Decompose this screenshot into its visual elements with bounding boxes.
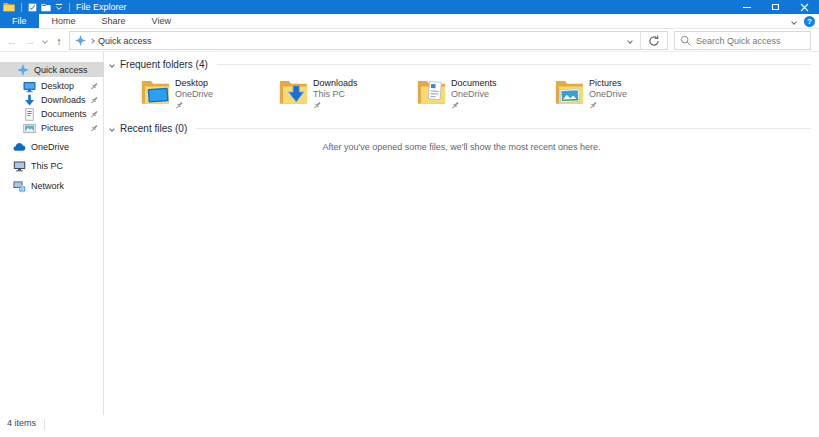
- tile-name: Desktop: [175, 78, 272, 89]
- ribbon-right-controls: ?: [792, 14, 815, 29]
- forward-button[interactable]: →: [22, 29, 38, 52]
- search-box[interactable]: [674, 31, 811, 50]
- pin-icon: [589, 101, 597, 110]
- breadcrumb-chevron-icon: [89, 38, 95, 44]
- downloads-folder-icon: [278, 78, 308, 106]
- search-input[interactable]: [696, 36, 805, 46]
- customize-qat-dropdown-icon[interactable]: [55, 3, 63, 11]
- folder-view: Frequent folders (4) Desktop OneDrive: [104, 52, 819, 415]
- recent-files-empty-message: After you've opened some files, we'll sh…: [104, 142, 819, 152]
- desktop-icon: [23, 80, 36, 93]
- close-button[interactable]: [790, 0, 819, 14]
- back-button[interactable]: ←: [4, 29, 20, 52]
- section-title: Recent files (0): [120, 123, 187, 134]
- tile-name: Downloads: [313, 78, 410, 89]
- tab-view[interactable]: View: [139, 14, 184, 28]
- quick-access-star-icon: [17, 64, 29, 76]
- pictures-folder-icon: [554, 78, 584, 106]
- quick-access-toolbar: [0, 2, 72, 12]
- section-title: Frequent folders (4): [120, 59, 208, 70]
- sidebar-item-onedrive[interactable]: OneDrive: [0, 140, 104, 154]
- navigation-bar: ← → ↑ Quick access: [0, 29, 819, 52]
- folder-tile-pictures[interactable]: Pictures OneDrive: [554, 78, 686, 115]
- sidebar-item-label: Pictures: [41, 123, 74, 133]
- help-icon[interactable]: ?: [804, 16, 815, 27]
- sidebar-item-label: Documents: [41, 109, 87, 119]
- sidebar-item-desktop[interactable]: Desktop: [0, 79, 104, 93]
- this-pc-icon: [13, 160, 26, 173]
- up-button[interactable]: ↑: [51, 29, 67, 52]
- sidebar-item-label: Quick access: [34, 65, 88, 75]
- pictures-icon: [23, 122, 36, 135]
- documents-icon: [23, 108, 36, 121]
- documents-folder-icon: [416, 78, 446, 106]
- sidebar-item-label: This PC: [31, 161, 63, 171]
- new-folder-icon[interactable]: [41, 3, 51, 12]
- titlebar[interactable]: File Explorer: [0, 0, 819, 14]
- quick-access-icon: [75, 35, 86, 46]
- pin-icon: [90, 96, 98, 105]
- titlebar-separator: [69, 3, 70, 12]
- breadcrumb: Quick access: [70, 35, 620, 46]
- frequent-folders-header[interactable]: Frequent folders (4): [110, 58, 811, 71]
- sidebar-item-label: Network: [31, 181, 64, 191]
- maximize-icon: [772, 4, 779, 10]
- refresh-icon: [648, 35, 660, 47]
- desktop-folder-icon: [140, 78, 170, 106]
- window-title: File Explorer: [76, 2, 127, 12]
- folder-tile-desktop[interactable]: Desktop OneDrive: [140, 78, 272, 115]
- tab-share[interactable]: Share: [89, 14, 139, 28]
- refresh-button[interactable]: [640, 32, 667, 49]
- address-location: Quick access: [98, 36, 152, 46]
- tab-home[interactable]: Home: [39, 14, 89, 28]
- properties-icon[interactable]: [28, 3, 37, 12]
- downloads-icon: [23, 94, 36, 107]
- sidebar-item-downloads[interactable]: Downloads: [0, 93, 104, 107]
- tile-name: Documents: [451, 78, 548, 89]
- pin-icon: [175, 101, 183, 110]
- pin-icon: [90, 82, 98, 91]
- item-count: 4 items: [7, 418, 36, 428]
- sidebar-item-network[interactable]: Network: [0, 179, 104, 193]
- close-icon: [800, 3, 809, 12]
- pin-icon: [451, 101, 459, 110]
- address-dropdown-button[interactable]: [620, 32, 640, 49]
- tab-file[interactable]: File: [0, 14, 39, 28]
- pin-icon: [90, 124, 98, 133]
- tile-location: OneDrive: [451, 89, 548, 99]
- minimize-button[interactable]: [732, 0, 761, 14]
- tile-name: Pictures: [589, 78, 686, 89]
- status-bar: 4 items: [0, 415, 819, 437]
- pin-icon: [90, 110, 98, 119]
- window-controls: [732, 0, 819, 14]
- sidebar-item-documents[interactable]: Documents: [0, 107, 104, 121]
- navigation-pane: Quick access Desktop Downloads: [0, 52, 104, 415]
- sidebar-item-quick-access[interactable]: Quick access: [0, 62, 104, 77]
- sidebar-item-pictures[interactable]: Pictures: [0, 121, 104, 135]
- pin-icon: [313, 101, 321, 110]
- expand-ribbon-icon[interactable]: [791, 19, 797, 25]
- sidebar-item-label: Desktop: [41, 81, 74, 91]
- sidebar-item-label: Downloads: [41, 95, 86, 105]
- collapse-section-icon[interactable]: [109, 126, 115, 132]
- tile-location: OneDrive: [175, 89, 272, 99]
- folder-tile-downloads[interactable]: Downloads This PC: [278, 78, 410, 115]
- tile-location: OneDrive: [589, 89, 686, 99]
- ribbon-tab-row: File Home Share View ?: [0, 14, 819, 29]
- frequent-folders-tiles: Desktop OneDrive Downloads: [104, 78, 819, 116]
- recent-files-header[interactable]: Recent files (0): [110, 122, 811, 135]
- recent-locations-dropdown[interactable]: [39, 29, 51, 52]
- file-explorer-window: File Explorer File Home Share View ? ← →…: [0, 0, 819, 437]
- titlebar-separator: [21, 3, 22, 12]
- address-bar[interactable]: Quick access: [69, 31, 668, 50]
- sidebar-item-label: OneDrive: [31, 142, 69, 152]
- onedrive-cloud-icon: [13, 141, 26, 154]
- section-divider: [196, 128, 811, 129]
- collapse-section-icon[interactable]: [109, 62, 115, 68]
- maximize-button[interactable]: [761, 0, 790, 14]
- search-icon: [680, 35, 691, 46]
- folder-tile-documents[interactable]: Documents OneDrive: [416, 78, 548, 115]
- sidebar-item-this-pc[interactable]: This PC: [0, 159, 104, 173]
- tile-location: This PC: [313, 89, 410, 99]
- network-icon: [13, 180, 26, 193]
